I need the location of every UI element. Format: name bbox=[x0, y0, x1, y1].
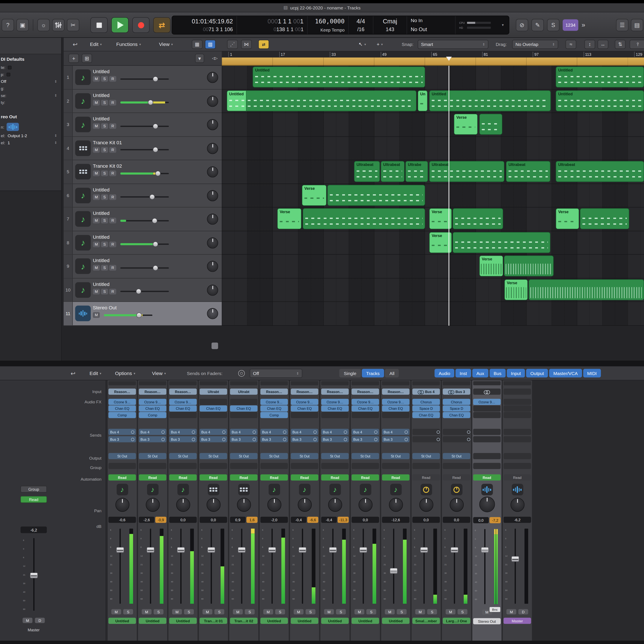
channel-dim-button[interactable]: D bbox=[518, 609, 528, 614]
fx-slot[interactable]: Ozone 9… bbox=[382, 399, 409, 405]
volume-db-value[interactable]: 0,0 bbox=[169, 517, 197, 523]
group-slot[interactable] bbox=[169, 463, 197, 469]
output-slot[interactable] bbox=[504, 453, 531, 459]
track-pan-knob[interactable] bbox=[207, 237, 218, 248]
volume-db-value[interactable]: 0,0 bbox=[412, 517, 440, 523]
channel-mute-button[interactable]: M bbox=[294, 609, 304, 614]
channel-mute-button[interactable]: M bbox=[202, 609, 212, 614]
playhead-handle[interactable] bbox=[446, 57, 452, 61]
volume-db-value[interactable]: -0,4 bbox=[291, 517, 307, 523]
fx-slot[interactable]: Chan EQ bbox=[169, 405, 197, 412]
key-display[interactable]: Cmaj 143 bbox=[373, 16, 407, 34]
automation-slot[interactable]: Read bbox=[412, 474, 440, 481]
track-pan-knob[interactable] bbox=[207, 261, 218, 272]
input-slot[interactable] bbox=[504, 389, 531, 395]
fx-slot[interactable]: Chan EQ bbox=[321, 405, 349, 412]
pan-knob[interactable] bbox=[479, 497, 495, 512]
track-pan-knob[interactable] bbox=[207, 190, 218, 201]
send-knob[interactable] bbox=[374, 438, 377, 441]
volume-db-value[interactable]: 0,0 bbox=[443, 517, 470, 523]
track-pan-knob[interactable] bbox=[207, 284, 218, 296]
track-volume-slider[interactable] bbox=[120, 194, 169, 200]
fx-slot-empty[interactable] bbox=[230, 399, 257, 405]
automation-slot[interactable]: Read bbox=[139, 474, 166, 481]
fader-cap[interactable] bbox=[359, 547, 367, 553]
fx-slot[interactable]: Chan EQ bbox=[139, 405, 166, 412]
channel-solo-button[interactable]: S bbox=[397, 609, 407, 614]
fx-slot[interactable]: Ozone 9… bbox=[321, 399, 349, 405]
send-knob[interactable] bbox=[192, 438, 195, 441]
midi-region[interactable]: Verse bbox=[504, 279, 528, 300]
track-volume-slider[interactable] bbox=[120, 218, 169, 223]
send-knob[interactable] bbox=[313, 430, 317, 433]
stepper-icon[interactable]: ⇕ bbox=[54, 80, 57, 83]
fader-cap[interactable] bbox=[329, 547, 337, 553]
volume-knob[interactable] bbox=[152, 218, 157, 223]
track-header-3[interactable]: 3♪UntitledMSR bbox=[64, 113, 222, 137]
pan-knob[interactable] bbox=[237, 498, 251, 512]
midi-region[interactable]: Verse bbox=[556, 208, 579, 229]
volume-knob[interactable] bbox=[153, 123, 158, 129]
track-solo-button[interactable]: S bbox=[101, 100, 108, 105]
track-solo-button[interactable]: S bbox=[101, 218, 108, 223]
fader-cap[interactable] bbox=[511, 556, 519, 562]
fx-slot-empty[interactable] bbox=[352, 412, 379, 418]
volume-db-value[interactable]: -2,0 bbox=[260, 517, 288, 523]
master-fader[interactable]: 606122130405060 bbox=[21, 536, 47, 612]
filter-bus-button[interactable]: Bus bbox=[489, 369, 506, 377]
track-volume-slider[interactable] bbox=[120, 289, 169, 294]
send-slot-empty[interactable] bbox=[473, 429, 501, 435]
lcd-mode-chevron[interactable]: ▾ bbox=[500, 16, 506, 34]
channel-solo-button[interactable]: S bbox=[214, 609, 224, 614]
gain-db-value[interactable]: -0,9 bbox=[155, 517, 166, 523]
send-slot-empty[interactable] bbox=[504, 429, 531, 435]
fx-slot[interactable]: Comp bbox=[139, 412, 166, 418]
send-knob[interactable] bbox=[405, 438, 408, 441]
send-knob[interactable] bbox=[437, 438, 440, 441]
output-slot[interactable]: St Out bbox=[412, 453, 440, 459]
channel-solo-button[interactable]: S bbox=[184, 609, 194, 614]
send-knob[interactable] bbox=[192, 430, 195, 433]
grid-view-button[interactable]: ▦ bbox=[192, 40, 203, 49]
send-slot[interactable]: Bus 3 bbox=[108, 436, 136, 442]
channel-mute-button[interactable]: M bbox=[233, 609, 243, 614]
fader-cap[interactable] bbox=[390, 568, 398, 574]
volume-db-value[interactable]: -12,6 bbox=[382, 517, 409, 523]
pan-knob[interactable] bbox=[206, 498, 220, 512]
track-mute-button[interactable]: M bbox=[93, 100, 100, 105]
group-slot[interactable] bbox=[260, 463, 288, 469]
zoom-sliders[interactable]: ⫯ bbox=[630, 40, 644, 49]
fader-cap[interactable] bbox=[207, 547, 215, 553]
track-record-button[interactable]: R bbox=[109, 76, 116, 82]
stop-button[interactable] bbox=[90, 17, 108, 33]
horizontal-zoom-button[interactable]: ↔ bbox=[598, 40, 608, 49]
group-slot[interactable] bbox=[108, 463, 136, 469]
send-slot[interactable]: Bus 4 bbox=[382, 429, 409, 435]
catch-playhead-button[interactable]: ⇄ bbox=[258, 40, 269, 49]
track-lane-6[interactable]: Verse bbox=[222, 184, 644, 207]
track-solo-button[interactable]: S bbox=[101, 241, 108, 247]
gain-db-value[interactable]: 1,6 bbox=[246, 517, 258, 523]
output-slot[interactable]: St Out bbox=[200, 453, 227, 459]
fx-slot[interactable]: Ozone 9… bbox=[291, 399, 318, 405]
send-knob[interactable] bbox=[131, 438, 134, 441]
channel-name[interactable]: Untitled bbox=[108, 618, 136, 624]
send-knob[interactable] bbox=[131, 430, 134, 433]
fx-slot[interactable]: Space D bbox=[412, 405, 440, 412]
pan-knob[interactable] bbox=[146, 498, 159, 512]
send-slot[interactable]: Bus 4 bbox=[291, 429, 318, 435]
track-volume-slider[interactable] bbox=[120, 241, 169, 247]
mixer-view-menu[interactable]: View▾ bbox=[152, 369, 166, 378]
output-slot[interactable]: St Out bbox=[382, 453, 409, 459]
send-slot-empty[interactable] bbox=[504, 436, 531, 442]
filter-master-vca-button[interactable]: Master/VCA bbox=[549, 369, 582, 377]
send-knob[interactable] bbox=[313, 438, 317, 441]
automation-slot[interactable]: Read bbox=[291, 474, 318, 481]
filter-inst-button[interactable]: Inst bbox=[456, 369, 471, 377]
send-knob[interactable] bbox=[283, 438, 286, 441]
metronome-button[interactable]: ☼ bbox=[37, 19, 50, 31]
send-slot[interactable]: Bus 3 bbox=[291, 436, 318, 442]
fx-slot-empty[interactable] bbox=[473, 405, 501, 412]
channel-solo-button[interactable]: S bbox=[427, 609, 437, 614]
input-slot[interactable]: Reason… bbox=[382, 389, 409, 395]
